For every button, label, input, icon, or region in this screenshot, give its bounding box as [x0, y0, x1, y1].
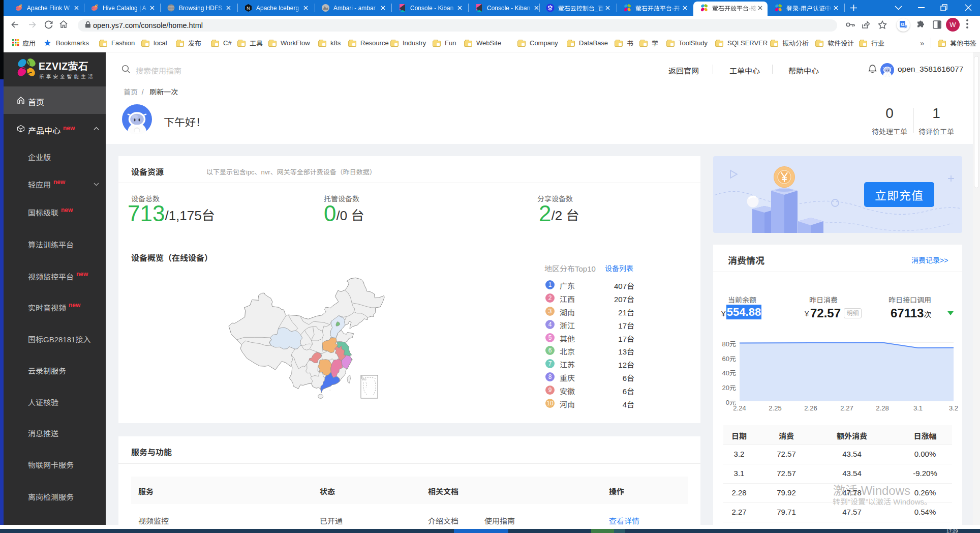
- svg-text:N: N: [247, 6, 250, 11]
- svg-text:EZVIZ萤石: EZVIZ萤石: [39, 61, 88, 72]
- svg-text:乐享安全智能生活: 乐享安全智能生活: [39, 74, 95, 79]
- svg-text:文: 文: [904, 25, 907, 28]
- svg-text:du: du: [549, 8, 552, 11]
- svg-text:G: G: [901, 22, 904, 27]
